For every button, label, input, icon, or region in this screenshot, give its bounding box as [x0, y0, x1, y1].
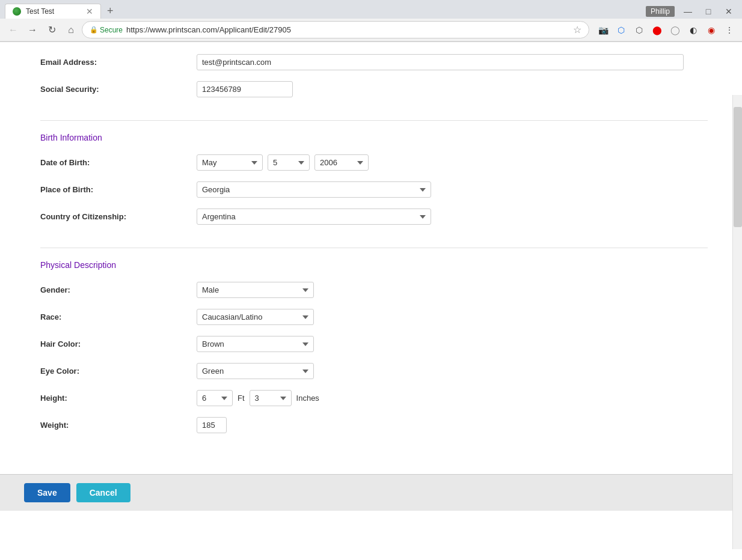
- birth-section: Birth Information Date of Birth: January…: [40, 121, 708, 248]
- ft-unit-label: Ft: [238, 394, 245, 403]
- scrollbar-track[interactable]: [732, 95, 742, 549]
- height-in-select[interactable]: 0123 4567 891011: [250, 390, 292, 406]
- dob-year-select[interactable]: 2004200520062007: [314, 154, 369, 171]
- height-ft-select[interactable]: 4567: [197, 390, 233, 406]
- hair-row: Hair Color: Brown BlackBlondeRedGray: [40, 336, 708, 352]
- back-button[interactable]: ←: [5, 22, 22, 38]
- email-row: Email Address:: [40, 54, 708, 70]
- secure-badge: 🔒 Secure: [90, 26, 123, 34]
- weight-row: Weight:: [40, 417, 708, 433]
- address-bar[interactable]: 🔒 Secure https://www.printscan.com/Appli…: [82, 21, 589, 38]
- physical-section: Physical Description Gender: Male Female…: [40, 248, 708, 456]
- ssn-label: Social Security:: [40, 85, 197, 94]
- ssn-row: Social Security:: [40, 81, 708, 97]
- hair-label: Hair Color:: [40, 339, 197, 348]
- hair-select[interactable]: Brown BlackBlondeRedGray: [197, 336, 314, 352]
- menu-icon[interactable]: ⋮: [722, 22, 737, 38]
- in-unit-label: Inches: [296, 394, 319, 403]
- physical-section-title: Physical Description: [40, 260, 708, 270]
- pob-row: Place of Birth: Georgia AlabamaAlaskaCal…: [40, 181, 708, 198]
- forward-button[interactable]: →: [24, 22, 41, 38]
- cancel-button[interactable]: Cancel: [76, 483, 130, 502]
- contact-section: Email Address: Social Security:: [40, 42, 708, 121]
- email-input[interactable]: [197, 54, 684, 70]
- secure-label: Secure: [100, 26, 123, 34]
- tab-close-icon[interactable]: ✕: [86, 7, 93, 16]
- email-label: Email Address:: [40, 58, 197, 67]
- home-button[interactable]: ⌂: [63, 22, 79, 38]
- url-display: https://www.printscan.com/Applicant/Edit…: [126, 25, 291, 34]
- height-label: Height:: [40, 394, 197, 403]
- page-content: Email Address: Social Security: Birth In…: [0, 42, 742, 549]
- race-row: Race: Caucasian/Latino African American …: [40, 309, 708, 325]
- pob-select[interactable]: Georgia AlabamaAlaskaCalifornia: [197, 181, 431, 198]
- eye-label: Eye Color:: [40, 367, 197, 376]
- extension-icon-3[interactable]: ◯: [667, 22, 683, 38]
- tab-favicon: [13, 7, 21, 16]
- gender-select[interactable]: Male Female Other: [197, 282, 314, 298]
- ssn-input[interactable]: [197, 81, 293, 97]
- extension-icon-2[interactable]: ⬡: [631, 22, 647, 38]
- gender-row: Gender: Male Female Other: [40, 282, 708, 298]
- save-button[interactable]: Save: [24, 483, 70, 502]
- tab-title: Test Test: [26, 7, 54, 16]
- weight-input[interactable]: [197, 417, 227, 433]
- dob-day-select[interactable]: 1234 567: [268, 154, 310, 171]
- gender-label: Gender:: [40, 285, 197, 294]
- browser-icon[interactable]: ◉: [704, 22, 719, 38]
- extension-icon-1[interactable]: ⬡: [613, 22, 629, 38]
- pob-label: Place of Birth:: [40, 185, 197, 194]
- dob-label: Date of Birth:: [40, 158, 197, 167]
- coc-label: Country of Citizenship:: [40, 212, 197, 221]
- height-row: Height: 4567 Ft 0123 4567 891011 Inches: [40, 390, 708, 406]
- eye-select[interactable]: Green BlueBrownHazel: [197, 363, 314, 379]
- close-button[interactable]: ✕: [720, 4, 737, 19]
- dob-row: Date of Birth: JanuaryFebruaryMarch Apri…: [40, 154, 708, 171]
- weight-label: Weight:: [40, 421, 197, 430]
- new-tab-button[interactable]: +: [103, 5, 117, 17]
- browser-tab[interactable]: Test Test ✕: [5, 4, 101, 19]
- footer-bar: Save Cancel: [0, 474, 742, 511]
- coc-select[interactable]: Argentina United StatesCanadaBrazil: [197, 208, 431, 225]
- camera-icon[interactable]: 📷: [595, 22, 611, 38]
- minimize-button[interactable]: —: [679, 4, 696, 19]
- reload-button[interactable]: ↻: [43, 22, 60, 38]
- coc-row: Country of Citizenship: Argentina United…: [40, 208, 708, 225]
- restore-button[interactable]: □: [700, 4, 717, 19]
- user-label: Phillip: [646, 6, 675, 17]
- lock-icon: 🔒: [90, 26, 98, 34]
- scrollbar-thumb[interactable]: [734, 107, 742, 227]
- eye-row: Eye Color: Green BlueBrownHazel: [40, 363, 708, 379]
- opera-icon[interactable]: ⬤: [649, 22, 665, 38]
- dob-month-select[interactable]: JanuaryFebruaryMarch AprilMayJune JulyAu…: [197, 154, 263, 171]
- bookmark-icon[interactable]: ☆: [573, 24, 581, 35]
- birth-section-title: Birth Information: [40, 133, 708, 142]
- race-label: Race:: [40, 312, 197, 321]
- extension-icon-4[interactable]: ◐: [685, 22, 701, 38]
- race-select[interactable]: Caucasian/Latino African American Asian …: [197, 309, 314, 325]
